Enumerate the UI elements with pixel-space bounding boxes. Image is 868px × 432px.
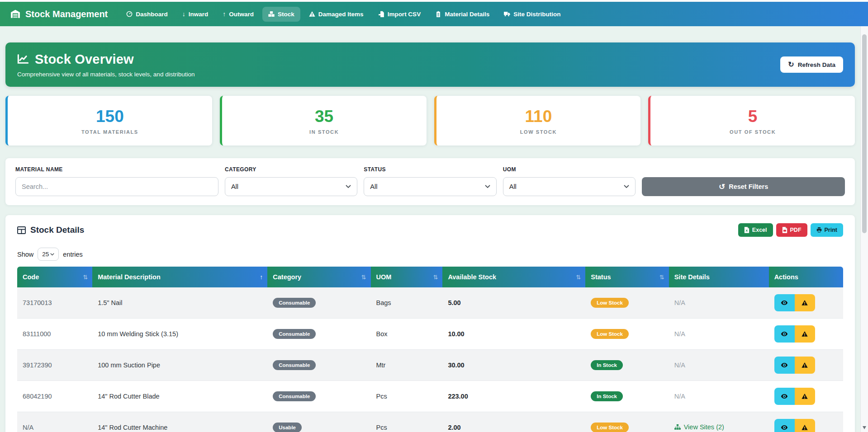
table-row: 39172390 100 mm Suction Pipe Consumable … <box>17 350 843 381</box>
cell-uom: Mtr <box>371 350 443 381</box>
eye-icon <box>781 362 788 368</box>
column-header-uom[interactable]: UOM⇅ <box>371 267 443 287</box>
material-name-search-input[interactable] <box>15 177 218 196</box>
eye-icon <box>781 331 788 337</box>
view-button[interactable] <box>774 357 795 374</box>
nav-item-stock[interactable]: Stock <box>262 7 300 22</box>
view-button[interactable] <box>774 294 795 311</box>
scrollbar-thumb[interactable] <box>862 34 867 233</box>
cell-stock: 10.00 <box>442 319 585 350</box>
view-button[interactable] <box>774 419 795 432</box>
damage-button[interactable] <box>795 294 815 311</box>
cell-stock: 5.00 <box>442 287 585 319</box>
page-size-value: 25 <box>42 251 49 258</box>
entries-label: entries <box>63 251 83 258</box>
column-header-actions: Actions <box>769 267 843 287</box>
cell-stock: 30.00 <box>442 350 585 381</box>
sort-icon: ⇅ <box>83 274 88 281</box>
category-badge: Consumable <box>273 298 316 308</box>
material-name-label: MATERIAL NAME <box>15 166 218 173</box>
status-badge: Low Stock <box>591 329 629 339</box>
stat-value: 5 <box>748 107 758 126</box>
print-label: Print <box>825 227 837 233</box>
cell-description: 100 mm Suction Pipe <box>92 350 267 381</box>
sort-asc-icon: ↑ <box>260 273 263 281</box>
stat-card-in-stock: 35 IN STOCK <box>220 96 427 146</box>
column-header-code[interactable]: Code⇅ <box>17 267 92 287</box>
uom-select[interactable]: All <box>503 177 636 196</box>
page-title: Stock Overview <box>35 52 134 67</box>
stat-value: 35 <box>315 107 333 126</box>
print-button[interactable]: Print <box>811 223 843 237</box>
refresh-data-button[interactable]: ↻ Refresh Data <box>780 56 843 73</box>
nav-label: Import CSV <box>388 11 421 18</box>
table-header-row: Code⇅ Material Description↑ Category⇅ UO… <box>17 267 843 287</box>
stat-label: IN STOCK <box>309 129 339 135</box>
stock-table: Code⇅ Material Description↑ Category⇅ UO… <box>17 267 843 432</box>
status-select[interactable]: All <box>364 177 496 196</box>
stat-card-out-of-stock: 5 OUT OF STOCK <box>648 96 855 146</box>
stat-label: LOW STOCK <box>520 129 557 135</box>
damage-button[interactable] <box>795 388 815 405</box>
cell-description: 10 mm Welding Stick (3.15) <box>92 319 267 350</box>
page-subtitle: Comprehensive view of all materials, sto… <box>17 71 194 78</box>
damage-button[interactable] <box>795 419 815 432</box>
cell-uom: Pcs <box>371 412 443 432</box>
nav-item-damaged-items[interactable]: Damaged Items <box>303 7 370 22</box>
column-header-available-stock[interactable]: Available Stock⇅ <box>442 267 585 287</box>
column-header-category[interactable]: Category⇅ <box>267 267 370 287</box>
nav-item-outward[interactable]: ↑ Outward <box>217 7 260 22</box>
damage-button[interactable] <box>795 357 815 374</box>
cell-description: 14" Rod Cutter Machine <box>92 412 267 432</box>
printer-icon <box>816 227 822 233</box>
view-button[interactable] <box>774 325 795 343</box>
nav-item-import-csv[interactable]: Import CSV <box>372 7 427 22</box>
column-header-status[interactable]: Status⇅ <box>585 267 669 287</box>
cell-code: 83111000 <box>17 319 92 350</box>
table-icon <box>17 226 26 234</box>
vertical-scrollbar[interactable] <box>860 26 868 432</box>
pdf-label: PDF <box>790 227 802 233</box>
chevron-down-icon <box>50 253 54 256</box>
chevron-down-icon <box>346 185 351 188</box>
table-row: N/A 14" Rod Cutter Machine Usable Pcs 2.… <box>17 412 843 432</box>
view-button[interactable] <box>774 388 795 405</box>
sort-icon: ⇅ <box>361 274 366 281</box>
stat-value: 110 <box>525 107 552 126</box>
sort-icon: ⇅ <box>576 274 581 281</box>
damage-button[interactable] <box>795 325 815 343</box>
export-pdf-button[interactable]: PDF <box>776 223 807 237</box>
reset-filters-label: Reset Filters <box>729 183 768 190</box>
stat-cards: 150 TOTAL MATERIALS 35 IN STOCK 110 LOW … <box>5 96 855 146</box>
nav-item-material-details[interactable]: Material Details <box>429 7 495 22</box>
view-sites-link[interactable]: View Sites (2) <box>674 423 724 431</box>
nav-label: Stock <box>278 11 294 18</box>
dashboard-icon <box>126 11 133 17</box>
cell-site-na: N/A <box>674 330 685 338</box>
eye-icon <box>781 300 788 306</box>
category-select[interactable]: All <box>225 177 357 196</box>
brand-label: Stock Management <box>25 9 108 19</box>
nav-item-dashboard[interactable]: Dashboard <box>120 7 174 22</box>
category-badge: Consumable <box>273 329 316 339</box>
category-badge: Usable <box>273 423 302 432</box>
reset-filters-button[interactable]: ↺ Reset Filters <box>642 177 845 196</box>
warning-icon <box>801 393 808 399</box>
nav-item-inward[interactable]: ↓ Inward <box>176 7 214 22</box>
cell-site-na: N/A <box>674 299 685 306</box>
export-excel-button[interactable]: Excel <box>738 223 773 237</box>
warning-icon <box>801 300 808 306</box>
nav-item-site-distribution[interactable]: Site Distribution <box>498 7 566 22</box>
cell-description: 14" Rod Cutter Blade <box>92 381 267 412</box>
page-size-select[interactable]: 25 <box>38 248 59 261</box>
cell-code: 73170013 <box>17 287 92 319</box>
app-brand[interactable]: Stock Management <box>10 9 108 19</box>
column-header-material-description[interactable]: Material Description↑ <box>92 267 267 287</box>
stock-details-card: Stock Details Excel PDF Print Show <box>5 215 855 432</box>
sort-icon: ⇅ <box>433 274 438 281</box>
stat-label: TOTAL MATERIALS <box>81 129 138 135</box>
chevron-down-icon <box>624 185 629 188</box>
stat-value: 150 <box>96 107 124 126</box>
page-size-control: Show 25 entries <box>17 248 843 261</box>
scrollbar-down-arrow[interactable] <box>863 426 866 429</box>
